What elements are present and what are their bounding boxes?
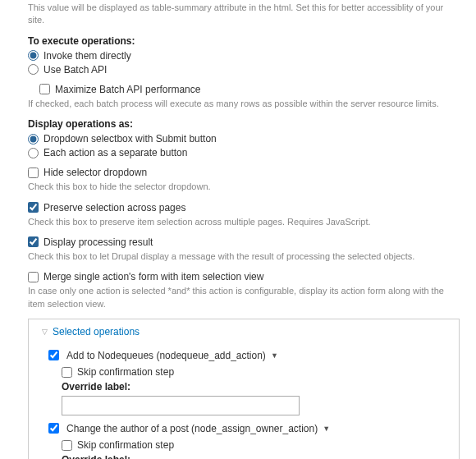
- chevron-down-icon[interactable]: ▼: [323, 425, 330, 433]
- dropdown-radio[interactable]: [28, 134, 39, 145]
- maximize-batch-checkbox[interactable]: [39, 84, 50, 94]
- preserve-checkbox[interactable]: [28, 202, 39, 213]
- triangle-down-icon: ▽: [42, 328, 48, 336]
- skip-confirmation-checkbox[interactable]: [62, 367, 72, 378]
- merge-checkbox[interactable]: [28, 272, 39, 282]
- operation-row: Change the author of a post (node_assign…: [45, 420, 449, 459]
- skip-confirmation-label: Skip confirmation step: [77, 366, 174, 378]
- hide-selector-checkbox[interactable]: [28, 168, 39, 178]
- invoke-directly-radio[interactable]: [28, 50, 39, 61]
- fieldset-legend[interactable]: ▽ Selected operations: [37, 326, 449, 342]
- operation-checkbox[interactable]: [48, 423, 59, 434]
- display-head: Display operations as:: [28, 118, 460, 130]
- hide-selector-help: Check this box to hide the selector drop…: [28, 181, 460, 193]
- maximize-help: If checked, each batch process will exec…: [28, 98, 460, 110]
- use-batch-radio[interactable]: [28, 64, 39, 75]
- operation-sub: Skip confirmation stepOverride label:: [62, 439, 449, 459]
- merge-label: Merge single action's form with item sel…: [43, 271, 263, 282]
- operation-label: Change the author of a post (node_assign…: [66, 423, 318, 434]
- override-label-head: Override label:: [62, 454, 449, 459]
- invoke-directly-label: Invoke them directly: [43, 50, 131, 62]
- preserve-label: Preserve selection across pages: [43, 202, 185, 213]
- display-result-label: Display processing result: [43, 236, 153, 248]
- display-result-checkbox[interactable]: [28, 236, 39, 247]
- dropdown-label: Dropdown selectbox with Submit button: [43, 133, 217, 145]
- skip-confirmation-checkbox[interactable]: [62, 440, 72, 451]
- legend-text: Selected operations: [53, 326, 140, 337]
- override-label-head: Override label:: [62, 381, 449, 392]
- separate-button-radio[interactable]: [28, 148, 39, 158]
- preserve-help: Check this box to preserve item selectio…: [28, 216, 460, 228]
- table-summary-help: This value will be displayed as table-su…: [28, 2, 460, 27]
- operation-label: Add to Nodequeues (nodequeue_add_action): [66, 350, 266, 361]
- chevron-down-icon[interactable]: ▼: [271, 351, 278, 360]
- skip-confirmation-label: Skip confirmation step: [77, 439, 174, 451]
- selected-operations-fieldset: ▽ Selected operations Add to Nodequeues …: [28, 319, 460, 459]
- use-batch-label: Use Batch API: [43, 64, 107, 76]
- hide-selector-label: Hide selector dropdown: [43, 167, 147, 178]
- operation-row: Add to Nodequeues (nodequeue_add_action)…: [45, 347, 449, 415]
- display-result-help: Check this box to let Drupal display a m…: [28, 250, 460, 263]
- maximize-batch-label: Maximize Batch API performance: [55, 84, 200, 95]
- separate-button-label: Each action as a separate button: [43, 147, 187, 158]
- execute-head: To execute operations:: [28, 35, 460, 47]
- operation-sub: Skip confirmation stepOverride label:: [62, 366, 449, 415]
- merge-help: In case only one action is selected *and…: [28, 285, 460, 310]
- operation-checkbox[interactable]: [48, 350, 59, 360]
- override-label-input[interactable]: [62, 396, 300, 415]
